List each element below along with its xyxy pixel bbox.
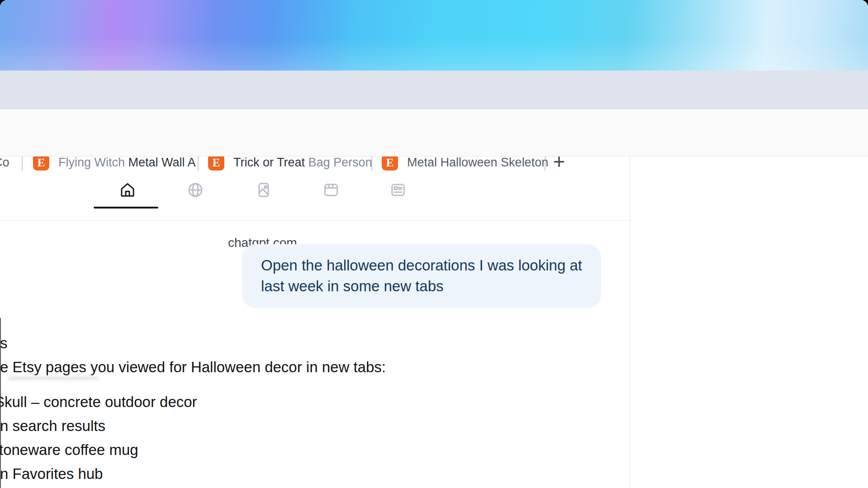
- nav-tab-news[interactable]: [389, 180, 408, 199]
- etsy-favicon-icon: E: [33, 154, 49, 171]
- nav-tab-windows[interactable]: [322, 180, 341, 199]
- address-bar: chatgpt.com: [0, 109, 868, 156]
- image-icon: [254, 180, 273, 199]
- tab-trick-or-treat-bag[interactable]: E Trick or Treat Bag Person: [208, 154, 372, 171]
- tab-title: Flying Witch Metal Wall A: [58, 154, 196, 171]
- tab-title-plain: Metal Halloween Skeleton: [407, 156, 548, 169]
- card-icon: [389, 180, 408, 199]
- nav-tab-images[interactable]: [254, 180, 273, 199]
- tab-title-muted: Bag Person: [305, 156, 372, 169]
- assistant-text-line: toneware coffee mug: [0, 441, 138, 459]
- user-message-line: last week in some new tabs: [261, 276, 582, 297]
- tab-title-muted: Flying Witch: [58, 156, 128, 169]
- home-icon: [118, 180, 137, 199]
- tab-title: Trick or Treat Bag Person: [233, 154, 372, 171]
- assistant-text-line: e Etsy pages you viewed for Halloween de…: [0, 358, 386, 376]
- tab-title: Metal Halloween Skeleton: [407, 154, 548, 171]
- assistant-text-line: n search results: [0, 417, 105, 435]
- tab-metal-halloween-skeleton[interactable]: E Metal Halloween Skeleton: [382, 154, 548, 171]
- assistant-text-line: n Favorites hub: [0, 465, 103, 483]
- globe-icon: [186, 180, 205, 199]
- desktop-wallpaper: [0, 0, 868, 71]
- nav-tab-home[interactable]: [118, 180, 137, 199]
- active-tab-indicator: [94, 207, 158, 208]
- assistant-text-line: Skull – concrete outdoor decor: [0, 393, 197, 411]
- user-message-bubble: Open the halloween decorations I was loo…: [242, 244, 601, 308]
- nav-tab-browse[interactable]: [186, 180, 205, 199]
- tab-title-strong: Metal Wall A: [128, 156, 196, 169]
- faded-text-placeholder: [8, 377, 99, 380]
- tab-title-strong: Trick or Treat: [233, 156, 305, 169]
- etsy-favicon-icon: E: [382, 154, 398, 171]
- browser-window: Co E Flying Witch Metal Wall A E Trick o…: [0, 0, 868, 488]
- tab-strip: Co E Flying Witch Metal Wall A E Trick o…: [0, 71, 868, 109]
- tab-flying-witch-metal-wall[interactable]: E Flying Witch Metal Wall A: [33, 154, 196, 171]
- user-message-line: Open the halloween decorations I was loo…: [261, 255, 582, 276]
- nav-rail-border: [0, 220, 630, 221]
- etsy-favicon-icon: E: [208, 154, 224, 171]
- window-left-edge: [0, 318, 1, 488]
- tab-overflow-partial[interactable]: Co: [0, 154, 9, 171]
- pane-divider: [630, 156, 631, 488]
- window-icon: [322, 180, 341, 199]
- assistant-text-line: s: [0, 334, 8, 352]
